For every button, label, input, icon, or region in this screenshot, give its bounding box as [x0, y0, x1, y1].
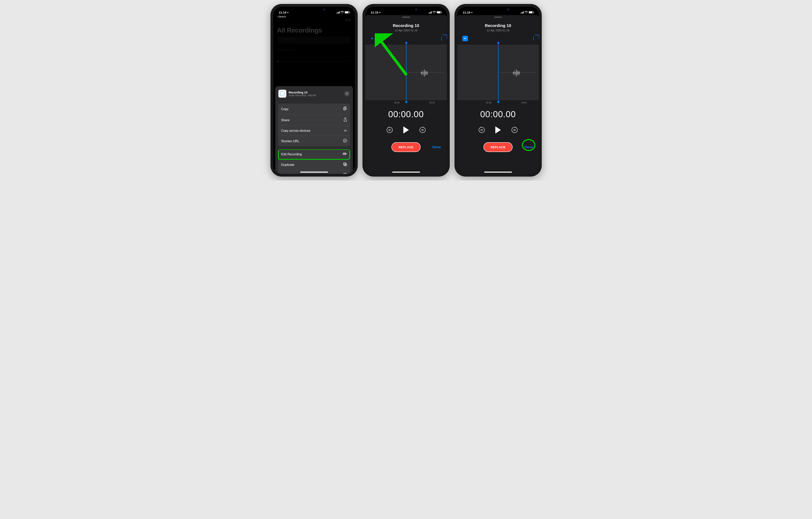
- battery-icon: [345, 11, 349, 13]
- waveform-spikes: [421, 69, 428, 77]
- waveform-area[interactable]: [457, 45, 539, 100]
- page-title: All Recordings: [277, 27, 351, 34]
- notch: [387, 7, 425, 12]
- battery-icon: [437, 11, 441, 13]
- action-duplicate[interactable]: Duplicate: [278, 160, 350, 170]
- battery-icon: [529, 11, 533, 13]
- skip-forward-15-button[interactable]: 15: [419, 127, 426, 133]
- action-copy-across[interactable]: Copy across devices ✂: [278, 126, 350, 136]
- cellular-icon: [521, 11, 524, 13]
- home-indicator[interactable]: [484, 172, 512, 172]
- tick-label: 00:00: [394, 101, 400, 104]
- screen-3: 11:15 ➤ ‹ Search Recording 10 11 Apr 202…: [457, 7, 539, 174]
- time-display: 00:00.00: [365, 109, 447, 119]
- recording-item[interactable]: Recording 10 11 Apr 2020 01:19: [277, 44, 351, 57]
- recording-name: Recording 10: [277, 48, 351, 52]
- trim-button[interactable]: [441, 37, 442, 40]
- skip-forward-15-button[interactable]: 15: [322, 70, 327, 75]
- home-indicator[interactable]: [392, 172, 420, 172]
- phone-1: 11:14 ➤ ‹ Search ‹ Edit All Recordings S…: [270, 4, 358, 176]
- skip-back-15-button[interactable]: 15: [387, 127, 393, 133]
- sheet-thumbnail: [279, 90, 286, 98]
- recording-title[interactable]: Recording 10: [365, 23, 447, 28]
- status-time: 11:15: [463, 11, 470, 14]
- recording-meta: 11 Apr 2020 01:19: [365, 29, 447, 32]
- skip-forward-15-button[interactable]: 15: [512, 127, 518, 133]
- play-button[interactable]: [403, 127, 409, 134]
- trash-icon[interactable]: [347, 71, 351, 75]
- sheet-title: Recording 10: [289, 91, 342, 94]
- sheet-actions: Copy Share Copy across devices ✂ Shorten…: [278, 104, 350, 146]
- action-share[interactable]: Share: [278, 115, 350, 126]
- editor-panel: Recording 10 11 Apr 2020 01:19 ✦ 00:00: [365, 15, 447, 174]
- skip-back-15-button[interactable]: 15: [301, 70, 307, 75]
- svg-point-4: [343, 139, 347, 142]
- waveform-spikes: [513, 69, 520, 77]
- phone-2: 11:15 ➤ ‹ Search Recording 10 11 Apr 202…: [362, 4, 450, 176]
- time-display: 00:00.00: [457, 109, 539, 119]
- recording-date: 11 Apr 2020: [277, 52, 292, 55]
- search-input[interactable]: Search: [277, 36, 351, 44]
- action-label: Copy across devices: [281, 129, 311, 133]
- svg-rect-2: [344, 107, 346, 109]
- share-icon: [343, 117, 347, 123]
- replace-button[interactable]: REPLACE: [484, 142, 513, 152]
- close-button[interactable]: ✕: [344, 91, 350, 97]
- enhance-button-active[interactable]: ✦: [462, 36, 468, 41]
- safari-icon: [343, 139, 347, 144]
- tick-label: 00:01: [430, 101, 435, 104]
- crop-icon: [441, 37, 442, 40]
- scissors-icon: ✂: [344, 129, 347, 133]
- tick-label: 00:01: [522, 101, 527, 104]
- trim-button[interactable]: [533, 37, 534, 40]
- recording-duration: 01:19: [344, 52, 351, 55]
- action-label: Share: [281, 118, 290, 122]
- skip-back-15-button[interactable]: 15: [479, 127, 485, 133]
- action-shorten-url[interactable]: Shorten URL: [278, 136, 350, 146]
- screen-2: 11:15 ➤ ‹ Search Recording 10 11 Apr 202…: [365, 7, 447, 174]
- replace-button[interactable]: REPLACE: [392, 142, 420, 152]
- enhance-button[interactable]: ✦: [370, 36, 374, 41]
- wifi-icon: [525, 11, 528, 13]
- action-copy[interactable]: Copy: [278, 104, 350, 115]
- recording-meta: 11 Apr 2020 01:19: [457, 29, 539, 32]
- play-button[interactable]: [313, 70, 316, 75]
- waveform-area[interactable]: [365, 45, 447, 100]
- location-icon: ➤: [287, 11, 289, 13]
- done-button[interactable]: Done: [524, 145, 533, 149]
- crop-icon: [533, 37, 534, 40]
- back-button[interactable]: ‹: [277, 18, 279, 23]
- time-remaining: −1:19: [344, 63, 351, 66]
- notch: [479, 7, 517, 12]
- status-time: 11:14: [279, 11, 286, 14]
- status-time: 11:15: [371, 11, 378, 14]
- edit-button[interactable]: Edit: [345, 18, 351, 23]
- scrubber[interactable]: [277, 61, 351, 61]
- phone-3: 11:15 ➤ ‹ Search Recording 10 11 Apr 202…: [455, 4, 542, 176]
- svg-rect-3: [344, 108, 346, 110]
- more-button[interactable]: ⋯: [277, 70, 282, 75]
- search-icon: [280, 39, 283, 42]
- wifi-icon: [341, 11, 344, 13]
- heart-icon: [343, 173, 347, 174]
- location-icon: ➤: [471, 11, 473, 13]
- cellular-icon: [429, 11, 432, 13]
- duplicate-icon: [343, 162, 347, 167]
- home-indicator[interactable]: [300, 172, 328, 172]
- screen-1: 11:14 ➤ ‹ Search ‹ Edit All Recordings S…: [273, 7, 355, 174]
- action-label: Edit Recording: [281, 153, 302, 156]
- location-icon: ➤: [379, 11, 381, 13]
- waveform-icon: [342, 152, 347, 157]
- cellular-icon: [337, 11, 340, 13]
- action-edit-recording[interactable]: Edit Recording: [278, 149, 350, 160]
- editor-panel: Recording 10 11 Apr 2020 01:19 ✦ 00:00: [457, 15, 539, 174]
- play-button[interactable]: [495, 127, 501, 134]
- copy-icon: [343, 106, 347, 112]
- action-label: Copy: [281, 107, 289, 111]
- sheet-subtitle: Audio Recording · 662 KB: [289, 94, 342, 97]
- recording-title[interactable]: Recording 10: [457, 23, 539, 28]
- done-button[interactable]: Done: [433, 145, 441, 149]
- search-placeholder: Search: [284, 38, 294, 42]
- svg-line-1: [282, 41, 282, 42]
- tick-label: 00:00: [486, 101, 492, 104]
